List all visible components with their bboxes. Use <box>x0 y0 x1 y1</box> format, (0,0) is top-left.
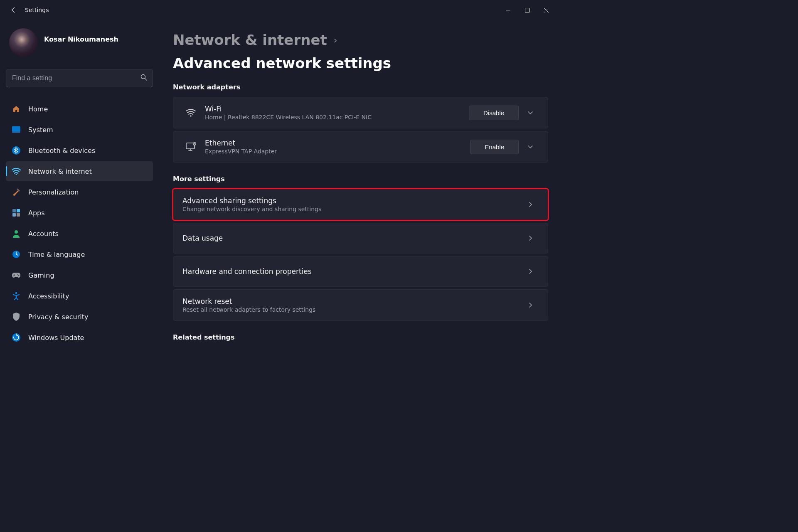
svg-rect-1 <box>525 8 529 12</box>
svg-rect-7 <box>12 209 16 212</box>
adapter-title: Wi-Fi <box>205 105 469 113</box>
sidebar-item-privacy[interactable]: Privacy & security <box>6 307 153 327</box>
nav: Home System Bluetooth & devices Network … <box>6 99 153 347</box>
chevron-down-icon[interactable] <box>522 110 539 116</box>
sidebar-item-label: Personalization <box>28 188 79 196</box>
svg-point-13 <box>17 274 19 276</box>
breadcrumb-parent[interactable]: Network & internet <box>173 32 327 48</box>
user-name: Kosar Nikoumanesh <box>44 35 127 43</box>
sidebar-item-accounts[interactable]: Accounts <box>6 224 153 244</box>
titlebar: Settings <box>0 0 559 20</box>
svg-rect-4 <box>12 132 20 133</box>
bluetooth-icon <box>12 146 21 155</box>
breadcrumb: Network & internet › Advanced network se… <box>173 32 548 71</box>
sidebar-item-system[interactable]: System <box>6 120 153 140</box>
adapter-subtitle: Home | Realtek 8822CE Wireless LAN 802.1… <box>205 114 469 121</box>
setting-advanced-sharing[interactable]: Advanced sharing settings Change network… <box>173 189 548 220</box>
wifi-icon <box>12 167 21 176</box>
sidebar-item-accessibility[interactable]: Accessibility <box>6 286 153 306</box>
chevron-right-icon <box>522 302 539 308</box>
sidebar-item-label: Home <box>28 105 48 113</box>
sidebar-item-label: Bluetooth & devices <box>28 147 95 155</box>
update-icon <box>12 333 21 342</box>
svg-rect-8 <box>17 209 20 212</box>
chevron-right-icon <box>522 202 539 207</box>
sidebar-item-gaming[interactable]: Gaming <box>6 265 153 285</box>
adapter-wifi[interactable]: Wi-Fi Home | Realtek 8822CE Wireless LAN… <box>173 97 548 128</box>
setting-hardware-properties[interactable]: Hardware and connection properties <box>173 256 548 287</box>
sidebar-item-network[interactable]: Network & internet <box>6 161 153 181</box>
sidebar-item-personalization[interactable]: Personalization <box>6 182 153 202</box>
svg-point-6 <box>16 174 17 175</box>
svg-rect-9 <box>12 213 16 217</box>
setting-data-usage[interactable]: Data usage <box>173 223 548 254</box>
maximize-button[interactable] <box>517 3 537 17</box>
paintbrush-icon <box>12 187 21 197</box>
svg-point-15 <box>15 292 17 294</box>
enable-button[interactable]: Enable <box>470 140 519 154</box>
adapter-subtitle: ExpressVPN TAP Adapter <box>205 148 470 155</box>
svg-rect-3 <box>12 126 20 132</box>
sidebar-item-label: Time & language <box>28 251 85 259</box>
svg-rect-0 <box>506 10 510 10</box>
close-button[interactable] <box>537 3 556 17</box>
clock-globe-icon <box>12 250 21 259</box>
sidebar-item-apps[interactable]: Apps <box>6 203 153 223</box>
section-title-more: More settings <box>173 175 548 183</box>
setting-network-reset[interactable]: Network reset Reset all network adapters… <box>173 289 548 321</box>
avatar <box>9 28 37 57</box>
user-email-redacted <box>44 43 127 50</box>
user-profile[interactable]: Kosar Nikoumanesh <box>6 25 153 65</box>
sidebar-item-windows-update[interactable]: Windows Update <box>6 328 153 347</box>
sidebar-item-label: Windows Update <box>28 334 84 342</box>
setting-title: Network reset <box>182 297 519 305</box>
setting-subtitle: Change network discovery and sharing set… <box>182 206 519 212</box>
home-icon <box>12 104 21 113</box>
sidebar-item-label: Network & internet <box>28 167 92 175</box>
svg-rect-10 <box>17 213 20 217</box>
window-title: Settings <box>25 7 49 13</box>
search-input[interactable] <box>6 69 153 87</box>
setting-title: Data usage <box>182 234 519 242</box>
disable-button[interactable]: Disable <box>469 106 519 120</box>
sidebar-item-label: System <box>28 126 53 134</box>
ethernet-icon <box>182 142 199 151</box>
section-title-related: Related settings <box>173 333 548 341</box>
search-icon <box>140 74 147 82</box>
sidebar-item-label: Privacy & security <box>28 313 88 321</box>
wifi-icon <box>182 108 199 117</box>
svg-point-17 <box>190 115 192 117</box>
sidebar: Kosar Nikoumanesh Home System Bluetooth … <box>0 20 159 367</box>
sidebar-item-bluetooth[interactable]: Bluetooth & devices <box>6 140 153 160</box>
svg-point-2 <box>141 75 145 79</box>
adapter-ethernet[interactable]: Ethernet ExpressVPN TAP Adapter Enable <box>173 131 548 163</box>
person-icon <box>12 229 21 238</box>
adapter-title: Ethernet <box>205 139 470 147</box>
chevron-right-icon: › <box>334 35 337 45</box>
sidebar-item-label: Gaming <box>28 271 54 279</box>
apps-icon <box>12 208 21 217</box>
chevron-down-icon[interactable] <box>522 144 539 150</box>
chevron-right-icon <box>522 268 539 274</box>
svg-point-14 <box>18 275 20 276</box>
setting-title: Advanced sharing settings <box>182 197 519 205</box>
sidebar-item-label: Accounts <box>28 230 59 238</box>
setting-subtitle: Reset all network adapters to factory se… <box>182 306 519 313</box>
gamepad-icon <box>12 271 21 280</box>
page-title: Advanced network settings <box>173 55 391 71</box>
system-icon <box>12 125 21 134</box>
minimize-button[interactable] <box>498 3 517 17</box>
sidebar-item-home[interactable]: Home <box>6 99 153 119</box>
sidebar-item-time-language[interactable]: Time & language <box>6 244 153 264</box>
sidebar-item-label: Accessibility <box>28 292 69 300</box>
content: Network & internet › Advanced network se… <box>159 20 559 367</box>
setting-title: Hardware and connection properties <box>182 267 519 276</box>
chevron-right-icon <box>522 235 539 241</box>
accessibility-icon <box>12 291 21 300</box>
shield-icon <box>12 312 21 321</box>
section-title-adapters: Network adapters <box>173 83 548 91</box>
back-button[interactable] <box>7 3 20 17</box>
sidebar-item-label: Apps <box>28 209 45 217</box>
svg-point-11 <box>15 230 18 234</box>
